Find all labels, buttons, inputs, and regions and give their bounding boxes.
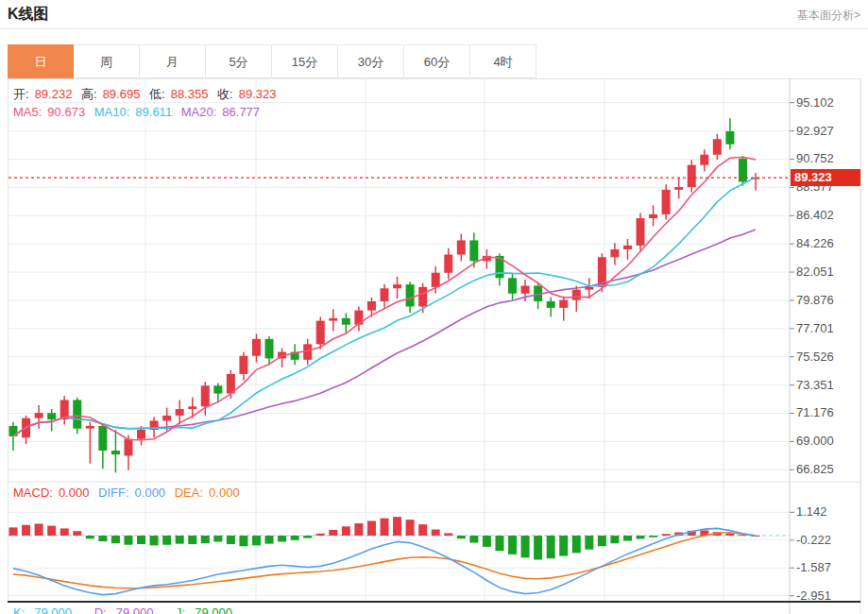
ma20-value: 86.777 [222,105,260,119]
candle-body [649,214,657,218]
macd-bar [239,536,247,546]
macd-bar [534,536,542,559]
candle-body [739,159,747,182]
candle-body [572,290,581,300]
macd-bar [22,525,30,536]
low-value: 88.355 [171,87,209,101]
candle-body [623,246,632,249]
candle-body [418,287,427,307]
axis-tick-label: 92.927 [796,125,834,138]
macd-bar [291,536,299,540]
macd-bar [610,536,619,543]
macd-bar [316,534,325,536]
ohlc-row: 开:89.232 高:89.695 低:88.355 收:89.323 [13,86,281,103]
macd-bar [381,519,389,536]
macd-bar [137,536,145,544]
candle-body [252,339,261,356]
candle-body [188,406,196,409]
diff-value: 0.000 [135,486,166,500]
candle-body [213,385,222,393]
high-value: 89.695 [103,87,141,101]
macd-bar [35,523,43,536]
macd-bar [9,527,18,536]
macd-bar [495,536,503,551]
macd-bar [725,534,734,536]
candle-body [688,165,696,187]
macd-bar [252,536,261,545]
macd-bar [150,536,159,545]
candle-body [432,273,440,287]
macd-bar [227,536,235,544]
candle-body [674,187,683,190]
macd-bar [201,536,210,543]
kdj-d: D:79.000 [94,605,163,614]
candle-body [162,416,171,420]
ma5-value: 90.673 [47,105,85,119]
axis-tick-label: 66.825 [796,463,834,476]
candle-body [265,339,274,359]
dea-value: 0.000 [209,486,240,500]
dea-label: DEA: [175,486,203,500]
candle-body [393,284,401,288]
close-value: 89.323 [239,87,277,101]
axis-tick-label: 69.000 [796,435,834,448]
candle-body [111,451,120,454]
macd-bar [354,523,363,536]
diff-label: DIFF: [98,486,129,500]
ma5-label: MA5: [13,105,42,119]
macd-bar [98,536,107,541]
axis-tick-label: -0.222 [796,534,831,547]
macd-bar [60,528,69,536]
macd-bar [572,536,581,553]
macd-bar [432,530,440,536]
macd-bar [367,520,376,536]
kdj-row: K:79.000 D:79.000 J:79.000 [13,605,251,614]
macd-bar [547,536,555,558]
macd-bar [469,536,478,543]
macd-value: 0.000 [59,486,90,500]
open-label: 开: [13,87,29,101]
macd-bar [124,536,132,545]
macd-bar [176,536,184,544]
candle-body [35,413,43,418]
axis-tick-label: 71.176 [796,406,834,419]
axis-tick-label: 95.102 [796,96,834,110]
axis-tick-label: 77.701 [796,322,834,335]
macd-bar [73,531,81,536]
candle-body [713,139,722,154]
ma20-label: MA20: [181,105,217,119]
ma10-label: MA10: [94,105,130,119]
axis-tick-label: 82.051 [796,265,834,279]
ma20-line [13,230,756,436]
candle-body [521,285,530,293]
macd-bar [303,536,312,538]
macd-bar [86,536,94,538]
ma-row: MA5:90.673 MA10:89.611 MA20:86.777 [13,105,265,119]
axis-tick-label: 84.226 [796,237,834,250]
kdj-j: J:79.000 [176,605,242,614]
ma10-value: 89.611 [135,105,172,119]
high-label: 高: [81,87,97,101]
macd-bar [188,536,196,544]
candle-body [610,249,619,257]
axis-tick-label: 73.351 [796,379,834,392]
candle-body [381,288,389,301]
macd-bar [278,536,286,541]
macd-label: MACD: [13,486,53,500]
candle-body [316,321,325,345]
macd-bar [406,520,415,536]
candle-body [342,318,350,325]
macd-bar [662,534,671,536]
macd-bar [623,536,632,541]
candle-body [637,218,645,246]
axis-tick-label: 86.402 [796,209,834,222]
candle-body [176,409,184,416]
macd-bar [483,536,491,547]
macd-bar [649,536,657,537]
macd-bar [329,530,337,536]
axis-tick-label: 1.142 [796,505,827,519]
macd-bar [213,536,222,541]
low-label: 低: [149,87,165,101]
macd-bar [585,536,593,550]
macd-bar [393,517,401,536]
